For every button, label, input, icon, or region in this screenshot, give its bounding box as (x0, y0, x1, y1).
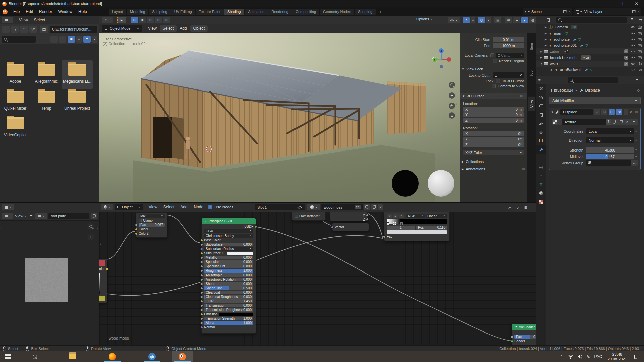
menu-edit[interactable]: Edit (23, 9, 36, 14)
shader-menu-add[interactable]: Add (177, 205, 191, 209)
shading-rendered-button[interactable]: ◍ (529, 17, 536, 23)
add-modifier-dropdown[interactable]: Add Modifier (549, 97, 641, 104)
separate-outputs-node[interactable]: Y Z (330, 212, 368, 221)
color-output-socket[interactable] (106, 268, 108, 270)
active-tool-box-select[interactable]: ▸ (117, 17, 126, 23)
refresh-button[interactable]: ⟳ (29, 26, 37, 33)
hide-eye-icon[interactable] (631, 31, 635, 36)
subsurface-radius-dropdown[interactable]: Subsurface Radius (204, 247, 253, 251)
z-output-socket[interactable] (366, 218, 369, 221)
folder-videocopilot[interactable]: VideoCopilot (3, 117, 28, 137)
scene-selector[interactable]: ◑ Scene × (523, 8, 572, 15)
clearcoat-slider[interactable]: Clearcoat0.000 (204, 291, 253, 294)
speaker-icon[interactable] (577, 354, 583, 359)
npanel-collapse-icon[interactable]: ‹ (455, 102, 457, 106)
image-editor-type-dropdown[interactable] (2, 204, 14, 210)
alpha-socket[interactable] (200, 322, 203, 324)
clamp-checkbox[interactable] (139, 219, 142, 222)
fac-input-socket[interactable] (511, 336, 513, 338)
properties-tab-world[interactable]: ⊕ (536, 128, 546, 136)
tab-animation[interactable]: Animation (245, 9, 268, 15)
hide-eye-closed-icon[interactable] (631, 68, 635, 72)
anisotropic-rotation-socket[interactable] (200, 278, 203, 281)
outliner-row-man[interactable]: ▶▼man▽ (536, 30, 644, 36)
disable-render-icon[interactable] (638, 49, 642, 54)
taskbar-explorer-button[interactable] (53, 354, 93, 359)
midlevel-slider[interactable]: 0.467 (586, 154, 634, 159)
delete-modifier-icon[interactable]: × (630, 110, 632, 114)
properties-tab-output[interactable] (536, 102, 546, 110)
gizmo-toggle[interactable]: ↗ (463, 17, 470, 23)
overlays-toggle[interactable]: ◎ (478, 17, 485, 23)
notification-center-icon[interactable] (634, 355, 639, 359)
menu-window[interactable]: Window (55, 9, 75, 14)
expand-icon[interactable]: ▼ (551, 111, 554, 114)
maximize-button[interactable]: ❐ (614, 0, 629, 7)
subsurface-color-socket[interactable] (200, 252, 203, 255)
stop-color-swatch[interactable] (387, 230, 447, 234)
color1-input-socket[interactable] (135, 228, 138, 231)
viewport-menu-object[interactable]: Object (190, 25, 208, 32)
y-output-socket[interactable] (366, 214, 369, 217)
sheen-socket[interactable] (200, 283, 203, 285)
shader-input-socket[interactable] (511, 340, 513, 343)
select-mode-intersect-button[interactable]: ◫ (163, 17, 170, 23)
menu-render[interactable]: Render (36, 9, 55, 14)
properties-tab-scene[interactable]: ◢● (536, 119, 546, 128)
texture-name-field[interactable]: Texture (562, 119, 606, 125)
back-button[interactable]: ← (2, 26, 10, 33)
material-duplicate-button[interactable] (371, 204, 377, 210)
outliner-row-roof-plate-001[interactable]: ▶▼roof plate.001▽ (536, 42, 644, 48)
subsurface-socket[interactable] (200, 243, 203, 246)
material-fake-user-toggle[interactable] (364, 204, 370, 210)
gizmo-x-axis[interactable] (447, 57, 451, 62)
display-vertical-list-button[interactable]: ☰ (50, 36, 58, 43)
image-hamburger-menu[interactable]: ≡ (30, 214, 33, 218)
cursor-rotation-z[interactable]: Z0° (463, 142, 524, 147)
outliner-search-input[interactable] (556, 17, 627, 23)
viewport-menu-view[interactable]: View (145, 26, 160, 31)
viewport-pan-button[interactable]: ✛ (449, 92, 455, 99)
modifier-extras-dropdown[interactable] (624, 109, 628, 115)
outliner-display-mode-dropdown[interactable]: ☰ (538, 18, 544, 22)
texture-preview[interactable] (25, 258, 68, 302)
render-excluded-icon[interactable] (638, 68, 642, 72)
view-layer-selector[interactable]: View Layer × (574, 8, 641, 15)
clip-start-field[interactable]: 0.01 m (493, 37, 524, 42)
outliner-filter-dropdown[interactable] (630, 18, 637, 22)
anisotropic-slider[interactable]: Anisotropic0.000 (204, 273, 253, 277)
tab-texture-paint[interactable]: Texture Paint (196, 9, 224, 15)
gizmo-minus-z-axis[interactable] (440, 65, 443, 68)
folder-adobe[interactable]: Adobe (3, 64, 28, 84)
properties-tab-data[interactable]: ▽ (536, 180, 546, 189)
sheen-tint-slider[interactable]: Sheen Tint0.500 (204, 286, 253, 290)
new-scene-icon[interactable] (563, 10, 566, 13)
taskbar-qbittorrent-button[interactable]: qb (132, 351, 172, 362)
stop-handle-1[interactable] (393, 222, 396, 225)
properties-editor-type-dropdown[interactable]: ≑ (538, 78, 544, 82)
strength-field[interactable]: -0.300 (586, 147, 634, 153)
modifier-drag-handle[interactable]: ∷∷ (634, 110, 638, 114)
disable-render-icon[interactable] (638, 31, 642, 36)
tab-tool[interactable]: Tool (529, 70, 533, 76)
alpha-slider[interactable]: Alpha1.000 (204, 321, 253, 325)
colorramp-node[interactable]: + − RGB Linear 1 Pos0.110 Fac (384, 212, 450, 241)
vertex-group-field[interactable] (586, 160, 631, 166)
direction-dropdown[interactable]: Normal (586, 137, 634, 143)
mode-dropdown[interactable]: Object Mode (102, 25, 142, 32)
properties-tab-render[interactable] (536, 93, 546, 102)
breadcrumb-object[interactable]: brusok.024 (554, 88, 573, 92)
subsurface-radius-socket[interactable] (200, 248, 203, 250)
start-button[interactable] (0, 354, 16, 359)
specular-socket[interactable] (200, 261, 203, 263)
specular-slider[interactable]: Specular0.000 (204, 260, 253, 264)
tab-uv-editing[interactable]: UV Editing (171, 9, 195, 15)
material-browse-dropdown[interactable] (307, 204, 320, 210)
overlays-dropdown[interactable] (486, 17, 491, 23)
normal-socket[interactable] (200, 326, 203, 329)
properties-tab-tool[interactable]: ⚒ (536, 84, 546, 93)
emission-socket[interactable] (200, 313, 203, 316)
overlay-grid-icon[interactable]: ⊞ (523, 205, 529, 210)
clearcoat-roughness-slider[interactable]: Clearcoat Roughness0.030 (204, 295, 253, 299)
view-layer-remove-icon[interactable]: × (638, 10, 640, 14)
